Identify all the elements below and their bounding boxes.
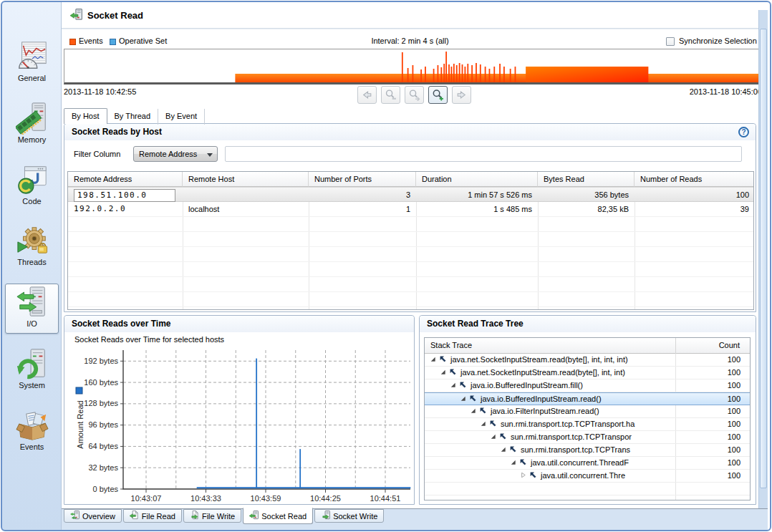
sidebar-item-label: Threads [17,258,46,266]
zoom-out-button[interactable] [381,86,400,104]
sidebar-item-memory[interactable]: Memory [5,100,59,150]
table-body: 198.51.100.031 min 57 s 526 ms356 bytes1… [68,187,753,309]
page-tab-file-read[interactable]: File Read [123,509,182,523]
frame-text: java.util.concurrent.ThreadF [531,458,629,467]
sidebar-item-threads[interactable]: Threads [5,222,59,272]
sidebar-item-general[interactable]: General [5,38,59,88]
zoom-in-button[interactable] [428,86,448,104]
sidebar-item-code[interactable]: Code [5,161,59,211]
table-row-empty [68,232,753,247]
count-cell: 100 [675,367,749,379]
amount-read-chart[interactable]: 0 bytes32 bytes64 bytes96 bytes128 bytes… [64,344,414,504]
table-row-empty [68,277,753,292]
scrollbar-thumb[interactable] [760,29,767,488]
cell-duration: 1 s 485 ms [416,202,538,216]
svg-text:192 bytes: 192 bytes [84,357,118,365]
sidebar-item-events[interactable]: Events [5,407,59,457]
section-title: Socket Read Trace Tree [420,319,523,329]
trace-row[interactable]: java.net.SocketInputStream.read(byte[], … [425,354,750,367]
stack-frame-icon [439,354,448,366]
table-row-empty [68,292,753,307]
collapse-toggle-icon[interactable] [439,367,448,379]
socket-reads-by-host-panel: Socket Reads by Host Filter Column Remot… [64,123,756,312]
page-tab-socket-read[interactable]: Socket Read [243,508,313,524]
column-header-bytes-read[interactable]: Bytes Read [538,172,635,187]
threads-gear-icon [16,224,49,257]
sidebar-item-label: Events [20,442,44,451]
stack-frame-label: java.net.SocketInputStream.read(byte[], … [425,367,675,379]
collapse-toggle-icon[interactable] [469,406,478,417]
collapse-toggle-icon[interactable] [479,419,488,430]
count-column-header[interactable]: Count [675,338,750,354]
page-tab-file-write[interactable]: File Write [183,509,241,523]
cell-number-of-ports: 3 [309,188,416,202]
system-recycle-icon [16,347,49,380]
tab-by-thread[interactable]: By Thread [107,109,159,125]
tab-by-event[interactable]: By Event [158,109,205,125]
filter-text-input[interactable] [225,146,742,162]
column-header-number-of-reads[interactable]: Number of Reads [635,172,754,187]
count-cell: 100 [675,405,749,417]
collapse-toggle-icon[interactable] [509,458,518,469]
trace-row[interactable]: java.io.BufferedInputStream.fill()100 [425,379,750,392]
count-cell: 100 [675,431,749,443]
column-header-remote-host[interactable]: Remote Host [183,172,309,187]
stack-frame-icon [479,406,488,417]
header-divider [62,28,758,29]
synchronize-selection-checkbox[interactable] [666,37,675,46]
column-header-number-of-ports[interactable]: Number of Ports [309,172,416,187]
trace-row[interactable]: java.net.SocketInputStream.read(byte[], … [425,367,750,379]
trace-row[interactable]: sun.rmi.transport.tcp.TCPTrans100 [425,444,750,457]
trace-row[interactable]: java.util.concurrent.Thre100 [425,470,750,483]
stack-frame-icon [449,367,458,379]
page-tab-socket-write[interactable]: Socket Write [314,509,384,523]
stack-frame-icon [459,380,468,392]
collapse-toggle-icon[interactable] [489,432,498,443]
collapse-toggle-icon[interactable] [429,354,438,366]
frame-text: sun.rmi.transport.tcp.TCPTransport.ha [501,420,635,428]
trace-row[interactable]: sun.rmi.transport.tcp.TCPTransport.ha100 [425,418,750,431]
zoom-fit-button[interactable] [405,86,424,104]
table-row[interactable]: 198.51.100.031 min 57 s 526 ms356 bytes1… [68,187,753,202]
sidebar-item-i-o[interactable]: I/O [5,284,59,334]
svg-text:128 bytes: 128 bytes [84,399,118,407]
frame-text: java.io.FilterInputStream.read() [491,407,599,415]
svg-text:10:44:51: 10:44:51 [370,494,401,503]
column-header-remote-address[interactable]: Remote Address [68,172,183,187]
svg-text:96 bytes: 96 bytes [88,420,118,429]
forward-button[interactable] [452,86,471,104]
socket-reads-over-time-panel: Socket Reads over Time Socket Reads over… [64,315,415,505]
jmc-window: GeneralMemoryCodeThreadsI/OSystemEvents … [0,0,772,532]
expand-toggle-icon[interactable] [519,470,528,482]
trace-tree-body: java.net.SocketInputStream.read(byte[], … [425,354,750,500]
forward-arrow-icon [455,94,468,102]
table-row[interactable]: 192.0.2.0localhost11 s 485 ms82,35 kB39 [68,202,753,217]
filter-column-dropdown[interactable]: Remote Address [133,146,218,162]
page-tab-overview[interactable]: Overview [64,509,122,523]
sidebar-item-system[interactable]: System [5,345,59,395]
column-header-duration[interactable]: Duration [416,172,538,187]
trace-row[interactable]: sun.rmi.transport.tcp.TCPTranspor100 [425,431,750,444]
help-icon[interactable] [738,127,749,137]
table-row-empty [68,262,753,277]
event-timeline-chart[interactable] [64,49,762,84]
table-row-empty [68,247,753,262]
vertical-scrollbar[interactable] [758,10,768,508]
trace-row[interactable]: java.io.FilterInputStream.read()100 [425,405,750,418]
svg-text:32 bytes: 32 bytes [88,463,118,472]
trace-tree-table: Stack Trace Count java.net.SocketInputSt… [424,337,751,500]
collapse-toggle-icon[interactable] [449,380,458,392]
events-box-icon [16,409,49,442]
frame-text: java.io.BufferedInputStream.fill() [471,381,583,390]
section-title: Socket Reads by Host [64,127,162,137]
filter-column-label: Filter Column [74,150,120,158]
stack-trace-column-header[interactable]: Stack Trace [430,338,472,353]
trace-row[interactable]: java.io.BufferedInputStream.read()100 [425,392,750,405]
collapse-toggle-icon[interactable] [499,445,508,456]
trace-row[interactable]: java.util.concurrent.ThreadF100 [425,457,750,470]
count-cell: 100 [675,470,749,482]
collapse-toggle-icon[interactable] [459,394,468,405]
back-button[interactable] [357,86,377,104]
tab-by-host[interactable]: By Host [64,108,107,124]
interval-label: Interval: 2 min 4 s (all) [62,37,758,45]
